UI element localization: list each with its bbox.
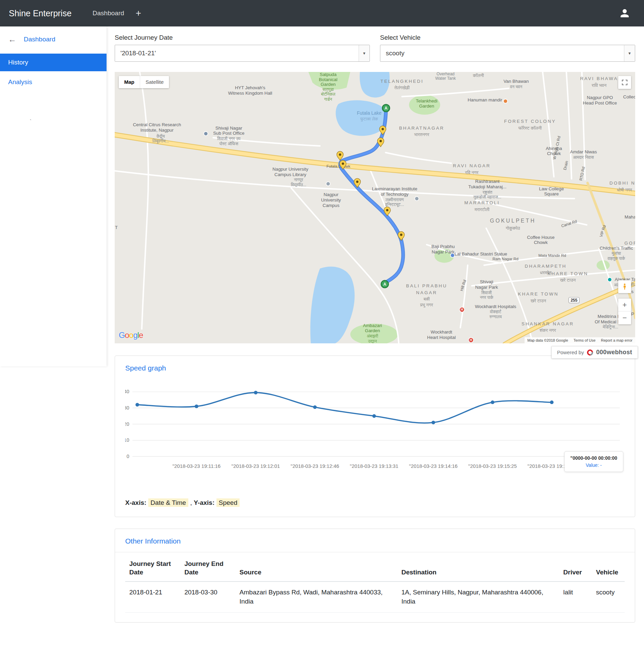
table-cell: 2018-01-21 [125,582,180,612]
fullscreen-button[interactable] [618,76,631,89]
speed-graph-title[interactable]: Speed graph [115,356,635,377]
map-label: नगर पार्क [479,295,493,300]
table-header-cell: Driver [559,554,592,582]
chart-point[interactable] [313,405,317,409]
map-label: Garden [321,82,336,87]
table-header-cell: Journey End Date [180,554,235,582]
map-canvas[interactable]: 255 SatpudaBotanicalGardenसातपुड़ाबोटॅनि… [115,72,635,343]
map-label: विद्यापीठ... [290,182,306,187]
y-tick-label: 30 [125,405,129,411]
chart-points [135,391,553,424]
map-label: BALI PRABHU [406,283,447,288]
map-label: केंद्रीय [156,134,165,139]
route-endpoint-marker[interactable]: A [381,281,389,288]
map-label: तेलंगखेड़ी [394,85,410,90]
chart-point[interactable] [550,400,554,404]
other-info-table: Journey Start DateJourney End DateSource… [125,554,625,613]
map-label: उद्यान [368,339,377,343]
map-label: Garden [365,328,380,333]
chart-point[interactable] [491,400,494,404]
map-type-satellite-button[interactable]: Satellite [140,76,169,88]
zoom-out-button[interactable]: − [618,311,631,324]
map-label: RAVI NAGAR [453,163,491,168]
powered-by-badge[interactable]: Powered by 000webhost [551,346,638,359]
map-label: BHARATNAGAR [399,126,444,131]
chart-point[interactable] [254,391,258,395]
map-label: भारतनगर [414,132,429,137]
map-label: तुकडोजी महाराज... [473,194,501,199]
vehicle-select[interactable]: scooty ▼ [380,45,635,62]
map-label: शंकर नगर [539,328,556,333]
other-info-card: Other Information Journey Start DateJour… [115,529,635,623]
sidebar-item-history[interactable]: History [0,54,107,71]
map-label: Nagar Park [432,249,455,254]
plus-icon[interactable]: + [136,8,141,18]
table-header-cell: Destination [397,554,559,582]
powered-by-text: Powered by [557,349,584,355]
user-icon[interactable] [620,8,630,18]
map-label: Ambazari [363,323,382,328]
speed-chart[interactable]: 010203040"2018-03-23 19:11:16"2018-03-23… [125,380,625,492]
map-label: H [470,338,472,342]
map-type-map-button[interactable]: Map [119,76,140,88]
chevron-down-icon[interactable]: ▼ [624,45,635,61]
table-cell: Ambazari Bypass Rd, Wadi, Maharashtra 44… [235,582,397,612]
map-label: Law College [539,186,564,191]
map-label: P [631,311,634,317]
x-tick-label: "2018-03-23 19:14:16 [409,463,458,469]
sidebar-item-analysis[interactable]: Analysis [0,73,107,91]
fullscreen-icon [622,80,627,85]
map-label: Hanuman mandir [468,97,503,102]
chart-point[interactable] [432,421,435,424]
map-label: आमदार निवास [573,155,594,160]
journey-date-select[interactable]: '2018-01-21' ▼ [115,45,370,62]
report-map-error-link[interactable]: Report a map error [601,338,632,342]
table-header-row: Journey Start DateJourney End DateSource… [125,554,625,582]
chart-point[interactable] [135,403,139,407]
main-content: Select Journey Date '2018-01-21' ▼ Selec… [107,26,644,623]
zoom-control: + − [618,299,631,324]
map-label: धोबी नगर [617,187,632,192]
map-label: Shivaji Nagar [215,126,243,131]
map-label: Campus Library [274,172,306,177]
route-endpoint-marker[interactable]: A [382,104,390,112]
other-info-title[interactable]: Other Information [115,529,635,552]
map-label: T [115,225,118,230]
x-tick-label: "2018-03-23 19:12:01 [231,463,280,469]
speed-chart-area: 010203040"2018-03-23 19:11:16"2018-03-23… [115,377,635,492]
sidebar-item-dashboard[interactable]: Dashboard [24,36,55,43]
map-label: Coffee House [527,235,554,240]
map-label: DHARAMPETH [525,264,567,269]
table-cell: 2018-03-30 [180,582,235,612]
map-label: Nagpur GPO [587,95,613,100]
nav-item-dashboard[interactable]: Dashboard [93,9,124,17]
chart-point[interactable] [372,414,376,418]
map-label: Chowk [534,240,548,245]
map-label: Botanical [319,77,338,82]
svg-text:A: A [383,282,386,287]
journey-date-filter: Select Journey Date '2018-01-21' ▼ [115,34,370,62]
map-label: SHANKAR NAGAR [522,321,574,326]
x-tick-label: "2018-03-23 19:11:16 [172,463,221,469]
table-header-cell: Vehicle [592,554,625,582]
google-logo[interactable]: Google [119,330,143,340]
table-cell: 1A, Seminary Hills, Nagpur, Maharashtra … [397,582,559,612]
journey-date-label: Select Journey Date [115,34,370,41]
pegman-button[interactable] [618,280,631,293]
map-label: Telankhedi [416,98,438,103]
map-label: फॉरेस्ट कॉलनी [518,126,542,131]
map-label: Futala Lake [357,110,382,116]
highway-shield: 255 [569,297,579,303]
chevron-down-icon[interactable]: ▼ [359,45,370,61]
terms-of-use-link[interactable]: Terms of Use [573,338,595,342]
map-label: Wockhardt Hospitals [475,304,516,309]
route-map[interactable]: 255 SatpudaBotanicalGardenसातपुड़ाबोटॅनि… [115,72,635,343]
back-arrow-icon[interactable]: ← [8,35,16,43]
map-label: HYT Jehovah's [235,85,265,90]
map-label: Tukadoji Maharaj... [468,184,507,189]
webhost-brand: 000webhost [596,349,632,356]
zoom-in-button[interactable]: + [618,299,631,311]
x-tick-label: "2018-03-23 19:15:25 [468,463,517,469]
chart-point[interactable] [195,404,198,408]
map-label: Laxminarayan Institute [372,186,417,191]
